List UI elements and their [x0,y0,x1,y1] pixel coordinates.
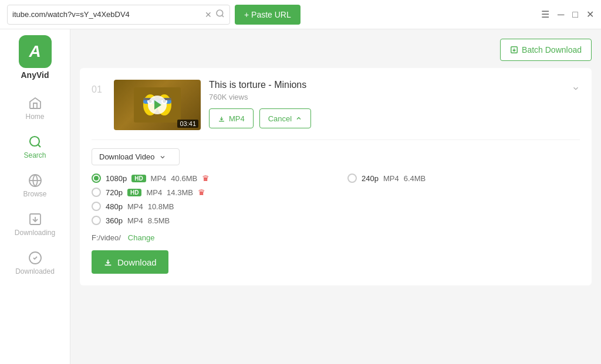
cancel-label: Cancel [268,114,292,123]
svg-point-2 [30,137,39,146]
sidebar-item-browse[interactable]: Browse [0,166,70,205]
size-480p: 10.8MB [148,202,174,211]
app-name: AnyVid [21,70,49,80]
format-1080p: MP4 [151,174,167,183]
video-duration: 03:41 [177,120,198,128]
browse-icon [28,174,42,188]
svg-line-1 [222,15,224,17]
size-240p: 6.4MB [404,174,426,183]
quality-item-480p[interactable]: 480p MP4 10.8MB [92,202,324,211]
quality-label-1080p: 1080p [106,174,127,183]
radio-240p[interactable] [347,174,357,183]
size-1080p: 40.6MB [171,174,197,183]
hd-badge-720p: HD [127,189,141,196]
video-header: 01 [92,80,580,130]
download-icon [510,46,518,54]
svg-point-0 [217,10,223,16]
save-path-text: F:/video/ [92,233,121,242]
quality-item-360p[interactable]: 360p MP4 8.5MB [92,216,324,225]
sidebar-item-search[interactable]: Search [0,128,70,166]
window-controls: ☰ ─ □ ✕ [541,9,594,20]
title-bar: itube.com/watch?v=sY_v4XebDV4 ✕ + Paste … [0,0,601,29]
sidebar-item-downloading[interactable]: Downloading [0,205,70,244]
quality-label-240p: 240p [362,174,379,183]
mp4-label: MP4 [229,114,245,123]
quality-label-720p: 720p [106,188,123,197]
quality-item-720p[interactable]: 720p HD MP4 14.3MB ♛ [92,188,324,197]
video-title: This is torture - Minions [209,80,563,90]
size-360p: 8.5MB [148,216,170,225]
format-720p: MP4 [146,188,162,197]
radio-360p[interactable] [92,216,101,225]
cancel-button[interactable]: Cancel [259,108,311,128]
chevron-down-icon [572,84,580,93]
dropdown-label: Download Video [99,152,154,161]
size-720p: 14.3MB [167,188,193,197]
change-path-link[interactable]: Change [128,233,155,242]
minimize-icon[interactable]: ─ [558,9,564,20]
video-actions: MP4 Cancel [209,108,563,128]
crown-icon-1080p: ♛ [202,174,210,183]
search-icon[interactable] [215,9,225,21]
downloading-icon [28,212,42,226]
quality-item-1080p[interactable]: 1080p HD MP4 40.6MB ♛ [92,174,324,183]
download-btn-label: Download [117,257,157,267]
quality-item-240p[interactable]: 240p MP4 6.4MB [347,174,580,183]
sidebar-label-search: Search [23,151,46,159]
quality-grid: 1080p HD MP4 40.6MB ♛ 240p MP4 6.4MB [92,174,580,225]
quality-label-360p: 360p [106,216,123,225]
play-button[interactable] [148,96,167,114]
logo-letter: A [29,42,40,61]
url-bar: itube.com/watch?v=sY_v4XebDV4 ✕ [7,5,230,25]
url-text: itube.com/watch?v=sY_v4XebDV4 [12,10,201,19]
video-number: 01 [92,84,106,95]
main-layout: A AnyVid Home Search Browse [0,29,601,364]
svg-line-3 [38,145,40,147]
mp4-button[interactable]: MP4 [209,108,254,128]
format-240p: MP4 [383,174,399,183]
content-area: Batch Download 01 [70,29,601,364]
search-sidebar-icon [28,135,42,149]
sidebar-item-downloaded[interactable]: Downloaded [0,244,70,283]
batch-download-button[interactable]: Batch Download [500,39,592,61]
sidebar-label-home: Home [25,113,44,121]
radio-inner-1080p [94,176,99,181]
download-mp4-icon [218,115,225,123]
batch-download-label: Batch Download [522,45,582,55]
download-options-panel: Download Video 1080p HD MP4 [92,140,580,274]
sidebar: A AnyVid Home Search Browse [0,29,70,364]
expand-icon[interactable] [572,84,580,95]
crown-icon-720p: ♛ [198,188,205,197]
maximize-icon[interactable]: □ [572,9,578,20]
radio-1080p[interactable] [92,174,101,183]
sidebar-label-downloaded: Downloaded [15,267,55,275]
chevron-up-icon [295,115,302,122]
sidebar-label-downloading: Downloading [15,229,55,237]
quality-label-480p: 480p [106,202,123,211]
app-logo: A [19,35,52,68]
save-path-row: F:/video/ Change [92,233,580,242]
hd-badge-1080p: HD [131,175,146,182]
dropdown-chevron-icon [159,154,166,161]
downloaded-icon [28,251,42,265]
radio-480p[interactable] [92,202,101,211]
download-btn-icon [103,257,113,267]
format-480p: MP4 [127,202,143,211]
video-thumbnail[interactable]: 03:41 [114,80,201,130]
close-icon[interactable]: ✕ [586,9,594,20]
paste-url-button[interactable]: + Paste URL [235,5,300,25]
video-card: 01 [80,68,592,285]
clear-url-icon[interactable]: ✕ [205,11,212,19]
radio-720p[interactable] [92,188,101,197]
video-views: 760K views [209,93,563,101]
menu-icon[interactable]: ☰ [541,9,549,20]
home-icon [28,96,42,110]
download-type-dropdown[interactable]: Download Video [92,148,180,165]
download-button[interactable]: Download [92,250,168,274]
dropdown-row: Download Video [92,148,580,165]
sidebar-label-browse: Browse [23,190,46,198]
play-triangle-icon [154,100,161,110]
format-360p: MP4 [127,216,143,225]
sidebar-item-home[interactable]: Home [0,89,70,128]
video-info: This is torture - Minions 760K views MP4… [209,80,563,128]
